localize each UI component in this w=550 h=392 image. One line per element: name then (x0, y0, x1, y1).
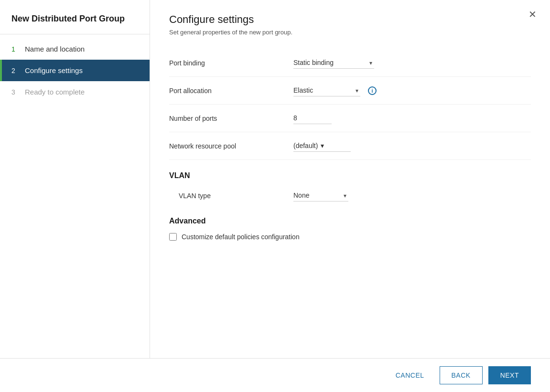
advanced-heading: Advanced (169, 217, 531, 225)
vlan-type-row: VLAN type None VLAN VLAN trunking Privat… (169, 184, 531, 207)
content-header: Configure settings Set general propertie… (150, 0, 550, 49)
sidebar-title: New Distributed Port Group (0, 0, 150, 34)
step-3-label: Ready to complete (25, 88, 85, 96)
port-binding-select[interactable]: Static binding Ephemeral - no binding Dy… (293, 57, 374, 69)
port-allocation-row: Port allocation Elastic Fixed ▾ i (169, 77, 531, 105)
close-button[interactable]: ✕ (525, 8, 540, 21)
modal-dialog: New Distributed Port Group 1 Name and lo… (0, 0, 550, 392)
vlan-type-select[interactable]: None VLAN VLAN trunking Private VLAN (293, 190, 348, 201)
port-binding-label: Port binding (169, 59, 293, 67)
port-allocation-select-wrapper: Elastic Fixed ▾ (293, 85, 360, 96)
sidebar-step-3[interactable]: 3 Ready to complete (0, 81, 150, 103)
sidebar-step-2[interactable]: 2 Configure settings (0, 60, 150, 81)
network-resource-pool-control: (default) ▾ (293, 140, 531, 152)
port-allocation-label: Port allocation (169, 87, 293, 95)
step-1-label: Name and location (25, 45, 85, 53)
vlan-type-select-wrapper: None VLAN VLAN trunking Private VLAN ▾ (293, 190, 348, 201)
port-allocation-select[interactable]: Elastic Fixed (293, 85, 360, 96)
network-resource-pool-dropdown[interactable]: (default) ▾ (293, 140, 351, 152)
network-resource-pool-label: Network resource pool (169, 142, 293, 150)
sidebar: New Distributed Port Group 1 Name and lo… (0, 0, 150, 358)
chevron-down-icon: ▾ (321, 142, 324, 149)
port-allocation-control: Elastic Fixed ▾ i (293, 85, 531, 96)
vlan-heading: VLAN (169, 171, 531, 180)
sidebar-step-1[interactable]: 1 Name and location (0, 38, 150, 60)
number-of-ports-control (293, 112, 531, 124)
info-icon[interactable]: i (368, 86, 377, 95)
content-subtitle: Set general properties of the new port g… (169, 29, 531, 36)
advanced-section: Advanced Customize default policies conf… (169, 217, 531, 241)
next-button[interactable]: NEXT (488, 366, 531, 384)
number-of-ports-row: Number of ports (169, 105, 531, 132)
network-resource-pool-value: (default) (293, 142, 318, 149)
network-resource-pool-row: Network resource pool (default) ▾ (169, 132, 531, 160)
step-3-number: 3 (11, 88, 19, 96)
active-bar (0, 60, 2, 81)
cancel-button[interactable]: CANCEL (386, 367, 434, 384)
step-2-label: Configure settings (25, 66, 83, 74)
form-area: Port binding Static binding Ephemeral - … (150, 49, 550, 358)
sidebar-steps: 1 Name and location 2 Configure settings… (0, 34, 150, 106)
vlan-type-control: None VLAN VLAN trunking Private VLAN ▾ (293, 190, 531, 201)
modal-body: New Distributed Port Group 1 Name and lo… (0, 0, 550, 358)
port-binding-select-wrapper: Static binding Ephemeral - no binding Dy… (293, 57, 374, 69)
step-1-number: 1 (11, 45, 19, 53)
content-title: Configure settings (169, 13, 531, 26)
main-content: Configure settings Set general propertie… (150, 0, 550, 358)
customize-checkbox-row: Customize default policies configuration (169, 233, 531, 241)
number-of-ports-label: Number of ports (169, 115, 293, 122)
port-binding-control: Static binding Ephemeral - no binding Dy… (293, 57, 531, 69)
port-binding-row: Port binding Static binding Ephemeral - … (169, 49, 531, 77)
vlan-section: VLAN VLAN type None VLAN VLAN trunking P… (169, 171, 531, 207)
customize-checkbox[interactable] (169, 233, 177, 241)
modal-footer: CANCEL BACK NEXT (0, 358, 550, 392)
step-2-number: 2 (11, 67, 19, 74)
customize-label: Customize default policies configuration (182, 233, 300, 241)
vlan-type-label: VLAN type (179, 192, 293, 200)
number-of-ports-input[interactable] (293, 112, 332, 124)
back-button[interactable]: BACK (440, 366, 483, 384)
